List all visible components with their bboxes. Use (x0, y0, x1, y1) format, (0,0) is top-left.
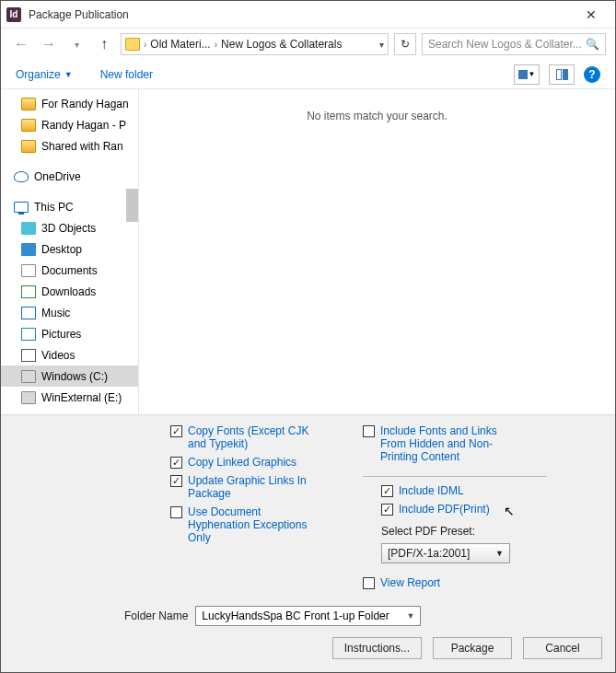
tree-item[interactable]: 3D Objects (1, 217, 138, 238)
tree-item[interactable]: Randy Hagan - P (1, 114, 138, 135)
help-icon[interactable]: ? (584, 66, 600, 83)
folder-icon (21, 285, 36, 298)
tree-item[interactable]: For Randy Hagan (1, 93, 138, 114)
folder-icon (125, 38, 140, 51)
chevron-down-icon: ▼ (495, 549, 504, 558)
checkbox-row[interactable]: Copy Linked Graphics (170, 456, 326, 469)
checkbox-label: Use Document Hyphenation Exceptions Only (188, 505, 326, 544)
folder-icon (14, 171, 29, 182)
folder-icon (21, 222, 36, 235)
tree-item[interactable]: Shared with Ran (1, 135, 138, 157)
tree-item-label: Randy Hagan - P (41, 119, 126, 132)
tree-item-label: This PC (34, 201, 74, 214)
checkbox-icon[interactable] (170, 425, 182, 437)
chevron-right-icon: › (215, 40, 217, 50)
checkbox-row[interactable]: Copy Fonts (Except CJK and Typekit) (170, 424, 326, 450)
tree-item[interactable]: Desktop (1, 238, 138, 260)
preview-pane-button[interactable] (549, 64, 575, 85)
package-button[interactable]: Package (433, 637, 512, 659)
tree-item-label: WinExternal (E:) (41, 391, 122, 404)
chevron-down-icon: ▾ (75, 40, 79, 50)
checkbox-icon[interactable] (363, 425, 375, 437)
checkbox-label: Copy Fonts (Except CJK and Typekit) (188, 424, 326, 450)
checkbox-include-pdf[interactable]: Include PDF(Print) (381, 503, 547, 516)
tree-item-label: Desktop (41, 243, 82, 256)
preview-icon (556, 69, 562, 80)
toolbar: Organize ▼ New folder ▼ ? (1, 60, 615, 89)
checkbox-icon[interactable] (170, 506, 182, 518)
folder-name-input[interactable]: LuckyHandsSpa BC Front 1-up Folder ▼ (195, 606, 421, 626)
new-folder-button[interactable]: New folder (100, 68, 153, 81)
checkbox-view-report[interactable]: View Report (363, 576, 547, 589)
breadcrumb-segment[interactable]: Old Materi... (150, 38, 210, 51)
folder-icon (21, 140, 36, 153)
organize-menu[interactable]: Organize ▼ (16, 68, 73, 81)
titlebar: Id Package Publication ✕ (1, 1, 615, 29)
folder-icon (21, 98, 36, 110)
folder-icon (21, 328, 36, 341)
navbar: ← → ▾ ↑ › Old Materi... › New Logos & Co… (1, 29, 615, 60)
tree-item-label: Pictures (41, 328, 81, 341)
tree-item[interactable]: WinExternal (E:) (1, 387, 138, 408)
refresh-button[interactable]: ↻ (394, 33, 416, 55)
tree-item[interactable]: This PC (1, 196, 138, 217)
tree-item-label: OneDrive (34, 170, 81, 183)
folder-icon (21, 264, 36, 277)
checkbox-row[interactable]: Use Document Hyphenation Exceptions Only (170, 505, 326, 544)
pdf-preset-label: Select PDF Preset: (381, 525, 547, 538)
tree-item[interactable]: Music (1, 302, 138, 323)
window-title: Package Publication (29, 8, 129, 21)
folder-icon (21, 307, 36, 319)
back-button[interactable]: ← (10, 33, 32, 55)
breadcrumb-segment[interactable]: New Logos & Collaterals (221, 38, 342, 51)
preview-icon (563, 69, 568, 80)
scrollbar-thumb[interactable] (126, 189, 138, 222)
checkbox-icon[interactable] (170, 457, 182, 469)
arrow-right-icon: → (41, 37, 56, 52)
folder-tree[interactable]: For Randy HaganRandy Hagan - PShared wit… (1, 89, 139, 414)
tree-item-label: Downloads (41, 285, 96, 298)
checkbox-label: Copy Linked Graphics (188, 456, 296, 469)
checkbox-icon[interactable] (363, 577, 375, 589)
empty-message: No items match your search. (307, 110, 447, 122)
folder-icon (21, 243, 36, 256)
recent-dropdown[interactable]: ▾ (65, 33, 87, 55)
instructions-button[interactable]: Instructions... (332, 637, 422, 659)
search-input[interactable]: Search New Logos & Collater... 🔍 (422, 33, 606, 55)
folder-icon (21, 391, 36, 404)
folder-icon (21, 370, 36, 383)
folder-name-label: Folder Name (124, 609, 188, 622)
chevron-down-icon[interactable]: ▾ (379, 40, 384, 50)
tree-item-label: Windows (C:) (41, 370, 108, 383)
forward-button: → (38, 33, 60, 55)
tree-item[interactable]: Documents (1, 260, 138, 281)
tree-item[interactable]: Videos (1, 344, 138, 366)
app-icon: Id (6, 7, 21, 22)
refresh-icon: ↻ (401, 38, 410, 51)
cancel-button[interactable]: Cancel (523, 637, 602, 659)
chevron-down-icon[interactable]: ▼ (406, 611, 414, 621)
tree-item[interactable]: Windows (C:) (1, 366, 138, 387)
checkbox-include-hidden[interactable]: Include Fonts and Links From Hidden and … (363, 424, 547, 463)
checkbox-include-idml[interactable]: Include IDML (381, 484, 547, 497)
folder-icon (21, 349, 36, 362)
checkbox-row[interactable]: Update Graphic Links In Package (170, 474, 326, 500)
tree-item-label: Videos (41, 349, 75, 362)
up-button[interactable]: ↑ (93, 33, 115, 55)
close-icon[interactable]: ✕ (573, 7, 610, 22)
arrow-up-icon: ↑ (100, 37, 108, 52)
tree-item[interactable]: Pictures (1, 323, 138, 344)
checkbox-icon[interactable] (381, 485, 393, 497)
tree-item[interactable]: Downloads (1, 281, 138, 302)
arrow-left-icon: ← (14, 37, 29, 52)
checkbox-icon[interactable] (381, 504, 393, 516)
tree-item-label: 3D Objects (41, 222, 96, 235)
options-panel: Copy Fonts (Except CJK and Typekit)Copy … (1, 414, 615, 672)
file-list: No items match your search. (139, 89, 615, 414)
tree-item[interactable]: OneDrive (1, 166, 138, 187)
tree-item-label: For Randy Hagan (41, 98, 129, 110)
breadcrumb[interactable]: › Old Materi... › New Logos & Collateral… (121, 33, 389, 55)
pdf-preset-select[interactable]: [PDF/X-1a:2001] ▼ (381, 543, 510, 563)
view-mode-button[interactable]: ▼ (514, 64, 540, 85)
checkbox-icon[interactable] (170, 475, 182, 487)
